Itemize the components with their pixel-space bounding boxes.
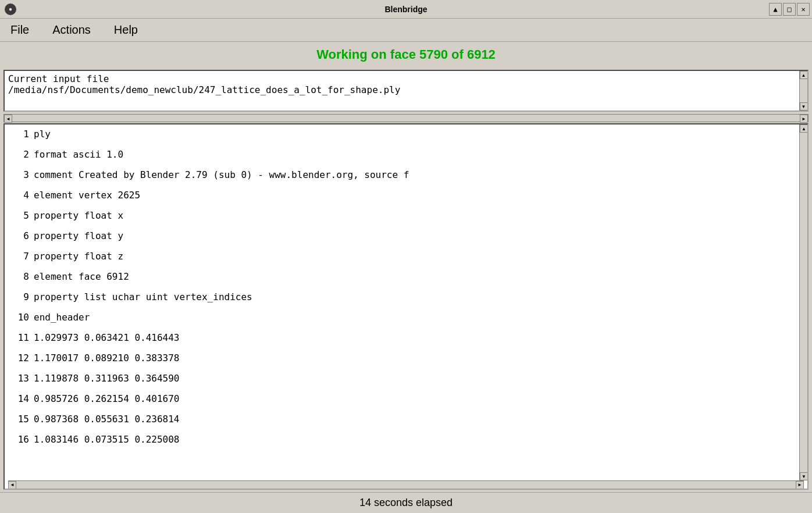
table-row: 6property float y [5,226,799,247]
table-row: 111.029973 0.063421 0.416443 [5,328,799,348]
line-content: 1.029973 0.063421 0.416443 [34,331,799,345]
close-button[interactable]: ✕ [797,3,810,16]
line-number: 1 [5,127,34,142]
working-status: Working on face 5790 of 6912 [316,47,496,62]
table-row: 121.170017 0.089210 0.383378 [5,348,799,369]
line-number: 14 [5,392,34,407]
main-scroll-up-btn[interactable]: ▲ [800,124,807,133]
main-scroll-track [800,133,807,472]
main-hscroll-right-btn[interactable]: ► [796,481,804,489]
status-bar: Working on face 5790 of 6912 [0,42,812,67]
table-row: 3comment Created by Blender 2.79 (sub 0)… [5,165,799,186]
table-row: 8element face 6912 [5,267,799,287]
menu-help[interactable]: Help [108,21,144,39]
line-number: 11 [5,331,34,345]
menu-actions[interactable]: Actions [47,21,97,39]
table-row: 7property float z [5,247,799,267]
input-file-line2: /media/nsf/Documents/demo_newclub/247_la… [8,84,796,95]
line-content: property float x [34,209,799,223]
line-number: 2 [5,148,34,162]
code-area: 1ply2format ascii 1.03comment Created by… [5,124,799,480]
line-content: comment Created by Blender 2.79 (sub 0) … [34,168,799,183]
window-controls: ▲ □ ✕ [769,3,810,16]
table-row: 9property list uchar uint vertex_indices [5,287,799,308]
table-row: 1ply [5,124,799,145]
hscroll-left-btn[interactable]: ◄ [4,115,12,123]
table-row: 150.987368 0.055631 0.236814 [5,409,799,430]
main-scrollbar-v[interactable]: ▲ ▼ [799,124,807,480]
minimize-button[interactable]: ▲ [769,3,782,16]
menu-file[interactable]: File [5,21,35,39]
elapsed-text: 14 seconds elapsed [359,497,453,509]
line-content: property list uchar uint vertex_indices [34,290,799,305]
line-content: ply [34,127,799,142]
line-number: 9 [5,290,34,305]
line-content: property float z [34,250,799,264]
main-hscroll-left-btn[interactable]: ◄ [8,481,16,489]
main-hscroll-track [16,481,796,489]
table-row: 2format ascii 1.0 [5,145,799,165]
table-row: 4element vertex 2625 [5,186,799,206]
line-number: 15 [5,412,34,427]
line-number: 10 [5,311,34,325]
line-number: 8 [5,270,34,284]
line-number: 3 [5,168,34,183]
table-row: 5property float x [5,206,799,226]
line-content: 1.119878 0.311963 0.364590 [34,372,799,386]
line-content: element vertex 2625 [34,188,799,203]
table-row: 161.083146 0.073515 0.225008 [5,430,799,450]
window-title: Blenbridge [384,5,427,14]
line-number: 12 [5,351,34,366]
main-content: 1ply2format ascii 1.03comment Created by… [3,123,809,490]
main-hscrollbar[interactable]: ◄ ► [8,480,804,489]
line-number: 7 [5,250,34,264]
line-content: format ascii 1.0 [34,148,799,162]
main-scroll-down-btn[interactable]: ▼ [800,472,807,480]
line-number: 13 [5,372,34,386]
menu-bar: File Actions Help [0,19,812,42]
line-content: 0.987368 0.055631 0.236814 [34,412,799,427]
input-hscrollbar[interactable]: ◄ ► [3,114,809,122]
input-file-line1: Current input file [8,73,796,84]
scroll-down-btn[interactable]: ▼ [800,102,808,111]
table-row: 140.985726 0.262154 0.401670 [5,389,799,409]
line-content: 0.985726 0.262154 0.401670 [34,392,799,407]
content-wrapper: 1ply2format ascii 1.03comment Created by… [5,124,807,480]
line-content: 1.083146 0.073515 0.225008 [34,433,799,447]
maximize-button[interactable]: □ [783,3,796,16]
line-content: element face 6912 [34,270,799,284]
bottom-status-bar: 14 seconds elapsed [0,492,812,513]
line-content: end_header [34,311,799,325]
title-bar: ● Blenbridge ▲ □ ✕ [0,0,812,19]
line-number: 6 [5,229,34,244]
line-number: 4 [5,188,34,203]
line-number: 5 [5,209,34,223]
table-row: 131.119878 0.311963 0.364590 [5,369,799,389]
input-file-area: Current input file /media/nsf/Documents/… [3,70,809,112]
line-content: property float y [34,229,799,244]
line-number: 16 [5,433,34,447]
line-content: 1.170017 0.089210 0.383378 [34,351,799,366]
app-icon-symbol: ● [9,6,12,12]
app-icon: ● [5,3,16,15]
hscroll-track [12,115,800,122]
input-scrollbar-v[interactable]: ▲ ▼ [799,71,807,111]
scroll-up-btn[interactable]: ▲ [800,71,808,79]
table-row: 10end_header [5,308,799,328]
input-file-text: Current input file /media/nsf/Documents/… [5,71,799,111]
hscroll-right-btn[interactable]: ► [800,115,808,123]
